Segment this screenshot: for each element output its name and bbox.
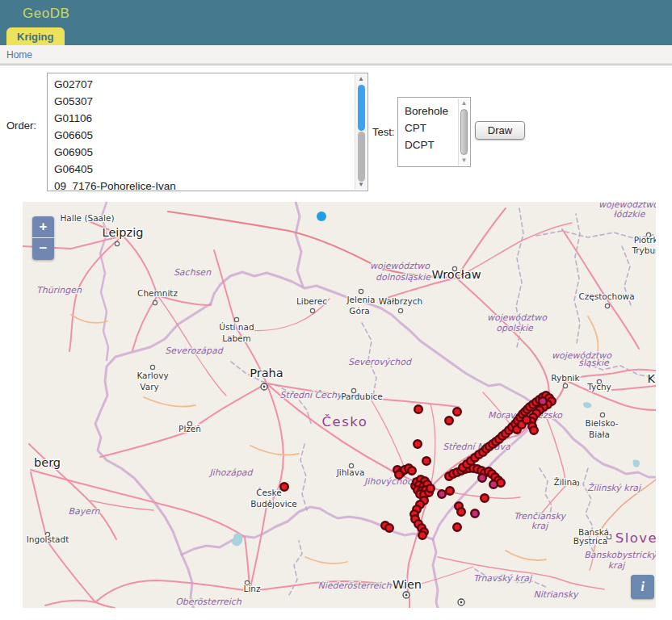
selected-point[interactable] xyxy=(317,212,326,221)
map-road xyxy=(430,404,435,488)
map-label: Bielsko- xyxy=(585,418,618,428)
map-road xyxy=(612,386,656,390)
map-label: Střední Čechy xyxy=(280,389,343,400)
map-road xyxy=(123,236,158,295)
town-icon xyxy=(310,308,314,312)
order-item[interactable]: G06905 xyxy=(48,144,355,161)
data-point[interactable] xyxy=(426,484,435,492)
order-item[interactable]: G01106 xyxy=(48,110,355,127)
zoom-in-button[interactable]: + xyxy=(32,216,54,238)
map-label: Ústí nad xyxy=(219,322,254,332)
draw-button[interactable]: Draw xyxy=(475,121,525,140)
data-point[interactable] xyxy=(385,524,393,532)
map-road xyxy=(506,551,546,560)
town-icon xyxy=(153,300,157,304)
map-road xyxy=(90,501,153,510)
scroll-down-icon[interactable]: ▼ xyxy=(459,156,469,165)
data-point[interactable] xyxy=(445,417,453,425)
map-label: Severozápad xyxy=(165,346,224,356)
map-canvas: Halle (Saale)LeipzigChemnitzSachsenThüri… xyxy=(23,202,656,608)
home-link[interactable]: Home xyxy=(6,49,32,61)
data-point[interactable] xyxy=(414,405,422,413)
order-item[interactable]: G06605 xyxy=(48,127,355,144)
map-label: Wien xyxy=(393,578,422,591)
map-label: Thüringen xyxy=(36,285,82,295)
map-label: Bayern xyxy=(69,506,101,517)
map-label: Jihlava xyxy=(336,467,365,477)
data-point-alt[interactable] xyxy=(471,509,479,517)
map-label: kraj xyxy=(531,521,550,531)
data-point-alt[interactable] xyxy=(489,480,498,488)
order-item[interactable]: G06405 xyxy=(48,161,355,178)
order-list-items: G02707G05307G01106G06605G06905G0640509_7… xyxy=(48,76,355,191)
lake xyxy=(583,402,591,408)
data-point[interactable] xyxy=(453,523,461,531)
scroll-down-icon[interactable]: ▼ xyxy=(355,180,367,190)
test-scrollbar[interactable]: ▲ ▼ xyxy=(458,98,469,165)
town-icon xyxy=(234,317,238,321)
city-icon-dot xyxy=(263,386,266,388)
scroll-up-icon[interactable]: ▲ xyxy=(459,98,469,108)
test-item[interactable]: DCPT xyxy=(398,136,458,153)
data-point[interactable] xyxy=(422,457,430,465)
test-item[interactable]: Borehole xyxy=(398,103,458,119)
map-road xyxy=(31,470,250,591)
data-point-alt[interactable] xyxy=(478,474,486,482)
map-road xyxy=(538,413,565,518)
order-listbox[interactable]: G02707G05307G01106G06605G06905G0640509_7… xyxy=(47,73,368,191)
map-label: śląskie xyxy=(578,358,610,368)
attribution-button[interactable]: i xyxy=(631,575,654,599)
order-item[interactable]: 09_7176-Pohorelice-Ivan xyxy=(48,178,355,191)
order-scroll-track-mark[interactable] xyxy=(358,132,365,182)
data-point[interactable] xyxy=(523,416,531,424)
data-point[interactable] xyxy=(481,494,489,502)
order-scrollbar[interactable]: ▲ ▼ xyxy=(355,74,367,190)
map-road xyxy=(100,383,267,457)
data-point[interactable] xyxy=(414,440,422,448)
data-point[interactable] xyxy=(280,483,288,491)
map-label: Biała xyxy=(589,429,610,439)
breadcrumb: Home xyxy=(0,45,672,65)
map-label: Praha xyxy=(250,367,283,379)
order-item[interactable]: G05307 xyxy=(48,93,355,110)
map-label: Piotrków xyxy=(634,235,656,245)
data-point[interactable] xyxy=(395,471,403,479)
data-point[interactable] xyxy=(530,426,538,434)
test-listbox[interactable]: BoreholeCPTDCPT ▲ ▼ xyxy=(397,97,471,167)
town-icon xyxy=(115,241,119,245)
map-label: Leipzig xyxy=(103,226,144,239)
map-label: Trybunalski xyxy=(631,245,656,255)
map-label: Slovensko xyxy=(615,530,656,546)
map-label: Banskobystrický xyxy=(584,550,656,560)
data-point-alt[interactable] xyxy=(438,490,446,498)
test-list-items: BoreholeCPTDCPT xyxy=(398,103,458,153)
scroll-up-icon[interactable]: ▲ xyxy=(355,74,367,84)
map-label: Sachsen xyxy=(174,267,212,278)
data-point[interactable] xyxy=(453,408,461,416)
zoom-out-button[interactable]: − xyxy=(32,238,54,260)
city-icon-dot xyxy=(460,601,463,604)
map-label: województwo xyxy=(487,312,548,323)
data-point-alt[interactable] xyxy=(539,397,547,405)
data-point[interactable] xyxy=(418,531,426,539)
app-header: GeoDB Kriging xyxy=(0,0,672,45)
map-road xyxy=(214,250,267,383)
map-label: Karlovy xyxy=(136,371,168,380)
test-scroll-thumb[interactable] xyxy=(460,109,468,155)
order-scroll-thumb[interactable] xyxy=(358,85,365,131)
map-road xyxy=(45,601,115,608)
tab-kriging[interactable]: Kriging xyxy=(6,27,65,45)
data-point[interactable] xyxy=(408,467,416,475)
town-icon xyxy=(563,383,567,388)
data-point[interactable] xyxy=(446,487,454,495)
map-label: Chemnitz xyxy=(137,288,178,298)
data-point[interactable] xyxy=(457,508,465,516)
test-item[interactable]: CPT xyxy=(398,119,458,136)
map-label: Budějovice xyxy=(250,499,297,509)
map-label: berg xyxy=(34,456,61,469)
order-item[interactable]: G02707 xyxy=(48,76,355,93)
map-label: Jihovýchod xyxy=(363,476,414,487)
map-container[interactable]: Halle (Saale)LeipzigChemnitzSachsenThüri… xyxy=(23,202,656,608)
map-road xyxy=(562,229,607,299)
map-label: Jelenia xyxy=(346,295,376,304)
